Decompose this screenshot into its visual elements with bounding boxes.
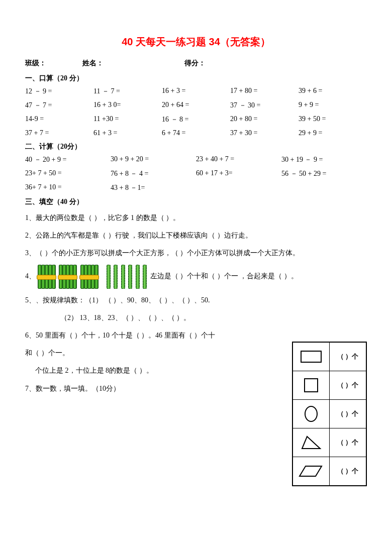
math-problem: 9 + 9 = <box>299 101 367 110</box>
table-row: （ ）个 <box>292 457 366 486</box>
section-3-heading: 三、填空（40 分） <box>25 197 367 206</box>
svg-marker-3 <box>302 437 320 449</box>
single-stick <box>114 265 118 289</box>
parallelogram-icon <box>292 457 330 486</box>
question-1: 1、最大的两位数是（ ），比它多 1 的数是（ ）。 <box>25 211 367 224</box>
math-problem: 29 + 9 = <box>299 129 367 137</box>
table-row: （ ）个 <box>292 371 366 400</box>
question-6a: 6、50 里面有（ ）个十，10 个十是（ ）。46 里面有（ ）个十 <box>25 329 367 342</box>
math-problem: 76 + 8 － 4 = <box>111 169 196 178</box>
math-problem: 39 + 6 = <box>299 87 367 96</box>
math-problem: 37 + 30 = <box>230 129 299 137</box>
count-cell: （ ）个 <box>330 400 367 428</box>
question-5b: （2） 13、18、23、（ ）、（ ）、（ ）。 <box>25 311 367 324</box>
shape-count-table: （ ）个 （ ）个 （ ）个 （ ）个 （ ）个 <box>292 342 367 486</box>
page-title: 40 天每天一练习题 34（无答案） <box>25 35 367 49</box>
svg-rect-1 <box>305 379 318 392</box>
triangle-icon <box>292 428 330 457</box>
math-problem: 6 + 74 = <box>162 129 230 137</box>
problem-row: 12 － 9 =11 － 7 =16 + 3 =17 + 80 =39 + 6 … <box>25 87 367 96</box>
rectangle-icon <box>292 342 330 371</box>
section-1-heading: 一、口算（20 分） <box>25 74 367 83</box>
question-4-prefix: 4、 <box>25 272 36 280</box>
stick-bundle <box>38 265 55 289</box>
problem-row: 23+ 7 + 50 =76 + 8 － 4 =60 + 17 + 3=56 －… <box>25 169 367 178</box>
math-problem: 16 + 3 0= <box>93 101 162 110</box>
stick-bundle <box>59 265 76 289</box>
math-problem: 16 － 8 = <box>162 115 230 124</box>
question-4-suffix: 左边是（ ）个十和（ ）个一 ，合起来是（ ）。 <box>150 272 298 280</box>
score-label: 得分： <box>184 59 206 68</box>
square-icon <box>292 371 330 400</box>
single-stick <box>121 265 125 289</box>
problem-row: 36+ 7 + 10 =43 + 8 －1= <box>25 183 367 192</box>
table-row: （ ）个 <box>292 428 366 457</box>
math-problem: 23+ 7 + 50 = <box>25 169 111 178</box>
math-problem: 43 + 8 －1= <box>111 183 196 192</box>
math-problem: 36+ 7 + 10 = <box>25 183 111 192</box>
single-stick <box>107 265 111 289</box>
math-problem: 20 + 80 = <box>230 115 299 124</box>
math-problem: 11 +30 = <box>93 115 162 124</box>
stick-bundle <box>80 265 98 289</box>
count-cell: （ ）个 <box>330 342 367 371</box>
math-problem: 30 + 9 + 20 = <box>111 155 196 164</box>
math-problem: 12 － 9 = <box>25 87 93 96</box>
math-problem: 37 － 30 = <box>230 101 299 110</box>
count-cell: （ ）个 <box>330 428 367 457</box>
name-label: 姓名： <box>82 59 183 68</box>
math-problem: 61 + 3 = <box>93 129 162 137</box>
math-problem <box>196 183 281 192</box>
problem-row: 47 － 7 =16 + 3 0=20 + 64 =37 － 30 =9 + 9… <box>25 101 367 110</box>
svg-marker-4 <box>300 466 322 476</box>
table-row: （ ）个 <box>292 342 366 371</box>
math-problem: 16 + 3 = <box>162 87 230 96</box>
math-problem: 37 + 7 = <box>25 129 93 137</box>
math-problem: 11 － 7 = <box>93 87 162 96</box>
svg-rect-0 <box>301 351 321 362</box>
math-problem: 56 － 50 + 29 = <box>281 169 367 178</box>
question-3: 3、（ ）个的小正方形可以拼成一个大正方形，（ ）个小正方体可以拼成一个大正方体… <box>25 247 367 259</box>
student-info-row: 班级： 姓名： 得分： <box>25 59 367 68</box>
single-stick <box>136 265 140 289</box>
table-row: （ ）个 <box>292 400 366 428</box>
single-stick <box>128 265 132 289</box>
single-stick <box>143 265 147 289</box>
section-2-heading: 二、计算（20分） <box>25 142 367 151</box>
count-cell: （ ）个 <box>330 371 367 400</box>
problem-row: 40 － 20 + 9 =30 + 9 + 20 =23 + 40 + 7 =3… <box>25 155 367 164</box>
problem-row: 14-9 =11 +30 =16 － 8 =20 + 80 =39 + 50 = <box>25 115 367 124</box>
counting-sticks-image <box>38 265 149 289</box>
question-5a: 5、、按规律填数：（1） （ ）、90、80、（ ）、（ ）、50. <box>25 294 367 306</box>
math-problem: 40 － 20 + 9 = <box>25 155 111 164</box>
math-problem: 60 + 17 + 3= <box>196 169 281 178</box>
circle-icon <box>292 400 330 428</box>
math-problem: 20 + 64 = <box>162 101 230 110</box>
math-problem: 14-9 = <box>25 115 93 124</box>
question-2: 2、公路上的汽车都是靠（ ）行驶 ，我们以上下楼梯应该向（ ）边行走。 <box>25 229 367 242</box>
math-problem: 47 － 7 = <box>25 101 93 110</box>
class-label: 班级： <box>25 59 80 68</box>
math-problem <box>281 183 367 192</box>
count-cell: （ ）个 <box>330 457 367 486</box>
math-problem: 39 + 50 = <box>299 115 367 124</box>
math-problem: 17 + 80 = <box>230 87 299 96</box>
problem-row: 37 + 7 =61 + 3 =6 + 74 =37 + 30 =29 + 9 … <box>25 129 367 137</box>
math-problem: 23 + 40 + 7 = <box>196 155 281 164</box>
svg-point-2 <box>305 406 317 421</box>
math-problem: 30 + 19 － 9 = <box>281 155 367 164</box>
question-4: 4、 左边是（ ）个十和（ ）个一 ，合起来是（ ）。 <box>25 265 367 289</box>
